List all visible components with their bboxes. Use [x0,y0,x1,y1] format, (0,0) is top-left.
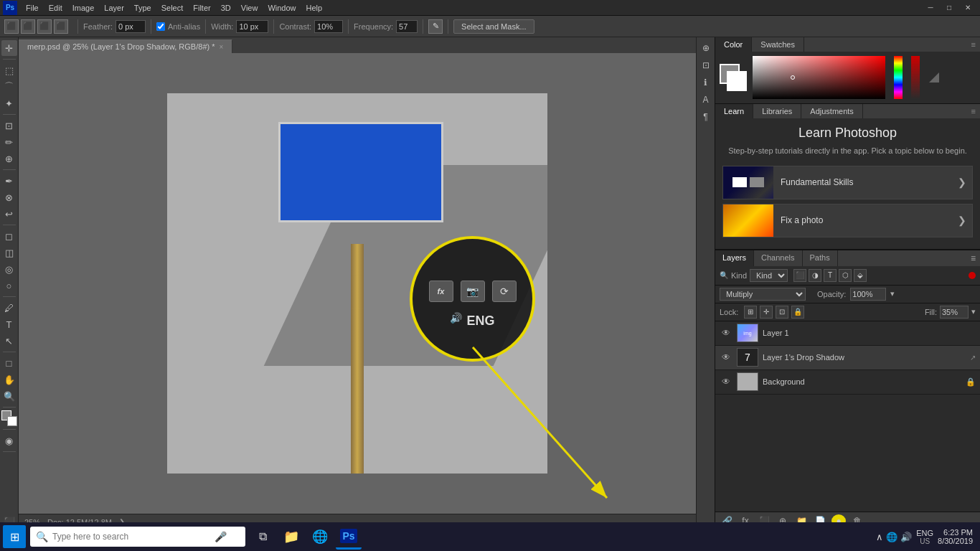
tool-dodge[interactable]: ○ [1,278,17,293]
layers-panel-menu[interactable]: ≡ [966,250,980,266]
tool-mode-standard[interactable]: ◉ [1,433,17,448]
layer-bg-visibility[interactable]: 👁 [720,375,732,388]
photoshop-button[interactable]: Ps [336,524,362,550]
filter-kind-select[interactable]: Kind [750,269,788,282]
fx-button[interactable]: fx [429,281,453,302]
menu-window[interactable]: Window [263,2,300,14]
tool-crop[interactable]: ⊡ [1,118,17,133]
tool-path-select[interactable]: ↖ [1,333,17,349]
maximize-button[interactable]: □ [940,0,958,16]
tool-pen[interactable]: 🖊 [1,300,17,316]
tool-icon-3[interactable]: ⬛ [37,19,52,34]
chrome-button[interactable]: 🌐 [307,524,333,550]
fg-bg-swatch[interactable] [1,410,17,426]
start-button[interactable]: ⊞ [3,525,26,548]
layer-row-1[interactable]: 👁 img Layer 1 [715,321,980,346]
alpha-slider[interactable] [911,56,920,99]
right-icon-3[interactable]: ℹ [698,75,714,90]
canvas-background[interactable]: fx 📷 ⟳ 🔊 ENG [19,53,696,514]
color-panel-menu[interactable]: ≡ [967,37,980,52]
minimize-button[interactable]: ─ [921,0,940,16]
layer-1-visibility[interactable]: 👁 [720,326,732,339]
tool-clone[interactable]: ⊗ [1,189,17,205]
tool-type[interactable]: T [1,316,17,332]
lock-move-icon[interactable]: ✛ [760,306,773,319]
tool-brush[interactable]: ✒ [1,173,17,189]
tab-learn[interactable]: Learn [715,104,753,118]
lock-checkerboard-icon[interactable]: ⊞ [744,306,757,319]
blend-mode-select[interactable]: Multiply [720,288,806,301]
menu-filter[interactable]: Filter [189,2,215,14]
tool-lasso[interactable]: ⌒ [1,79,17,95]
opacity-dropdown-icon[interactable]: ▾ [890,289,895,298]
tool-icon-1[interactable]: ⬛ [4,19,19,34]
tool-marquee[interactable]: ⬚ [1,62,17,78]
fill-dropdown-icon[interactable]: ▾ [971,307,976,316]
right-icon-2[interactable]: ⊡ [698,57,714,73]
tab-close-button[interactable]: × [220,43,224,51]
right-icon-5[interactable]: ¶ [698,109,714,125]
tool-icon-2[interactable]: ⬛ [21,19,35,34]
select-mask-button[interactable]: Select and Mask... [453,19,534,34]
tool-history-brush[interactable]: ↩ [1,206,17,222]
microphone-icon[interactable]: 🎤 [215,531,227,542]
menu-image[interactable]: Image [68,2,99,14]
learn-panel-menu[interactable]: ≡ [967,104,980,118]
tool-blur[interactable]: ◎ [1,261,17,277]
right-icon-4[interactable]: A [698,92,714,108]
background-color[interactable] [727,71,747,91]
hue-slider[interactable] [894,56,903,99]
tab-swatches[interactable]: Swatches [752,37,804,52]
menu-help[interactable]: Help [302,2,327,14]
tool-healing[interactable]: ⊕ [1,151,17,166]
volume-icon[interactable]: 🔊 [900,532,912,542]
fill-input[interactable] [940,306,969,319]
feather-input[interactable] [116,20,146,33]
menu-layer[interactable]: Layer [100,2,128,14]
tool-icon-4[interactable]: ⬛ [54,19,68,34]
menu-view[interactable]: View [237,2,263,14]
filter-shape-icon[interactable]: ⬡ [839,269,852,282]
menu-type[interactable]: Type [130,2,156,14]
tool-move[interactable]: ✛ [1,40,17,56]
refine-edge-icon[interactable]: ✎ [428,19,443,34]
filter-type-icon[interactable]: T [824,269,837,282]
filter-adjustment-icon[interactable]: ◑ [809,269,821,282]
fg-bg-swatches[interactable] [720,64,747,91]
frequency-input[interactable] [396,20,418,33]
layer-dropshadow-visibility[interactable]: 👁 [720,351,732,364]
expand-color-icon[interactable] [928,72,940,83]
tab-channels[interactable]: Channels [754,250,802,266]
taskview-button[interactable]: ⧉ [250,524,275,550]
tool-eraser[interactable]: ◻ [1,228,17,244]
anti-alias-checkbox[interactable] [156,22,165,31]
refresh-button[interactable]: ⟳ [492,281,517,302]
file-explorer-button[interactable]: 📁 [278,524,304,550]
tab-color[interactable]: Color [715,37,752,52]
right-icon-1[interactable]: ⊕ [698,40,714,56]
opacity-input[interactable] [850,288,886,301]
tool-shape[interactable]: □ [1,355,17,371]
tab-paths[interactable]: Paths [803,250,838,266]
tab-libraries[interactable]: Libraries [753,104,801,118]
taskbar-search-input[interactable] [52,532,210,542]
tool-magic-wand[interactable]: ✦ [1,95,17,111]
lock-artboard-icon[interactable]: ⊡ [776,306,788,319]
tab-layers[interactable]: Layers [715,250,754,266]
color-gradient-picker[interactable] [753,56,885,99]
learn-item-fix-photo[interactable]: Fix a photo ❯ [722,204,973,237]
filter-pixel-icon[interactable]: ⬛ [793,269,806,282]
contrast-input[interactable] [314,20,343,33]
language-indicator[interactable]: ENG US [916,529,933,545]
learn-item-fundamental[interactable]: Fundamental Skills ❯ [722,166,973,199]
taskbar-search-box[interactable]: 🔍 🎤 [30,527,245,547]
clock[interactable]: 6:23 PM 8/30/2019 [938,528,973,545]
tab-adjustments[interactable]: Adjustments [801,104,863,118]
network-icon[interactable]: 🌐 [886,532,897,542]
document-tab[interactable]: merp.psd @ 25% (Layer 1's Drop Shadow, R… [19,39,232,53]
menu-3d[interactable]: 3D [217,2,235,14]
menu-select[interactable]: Select [157,2,188,14]
menu-edit[interactable]: Edit [44,2,67,14]
lock-all-icon[interactable]: 🔒 [791,306,804,319]
tool-eyedropper[interactable]: ✏ [1,134,17,150]
